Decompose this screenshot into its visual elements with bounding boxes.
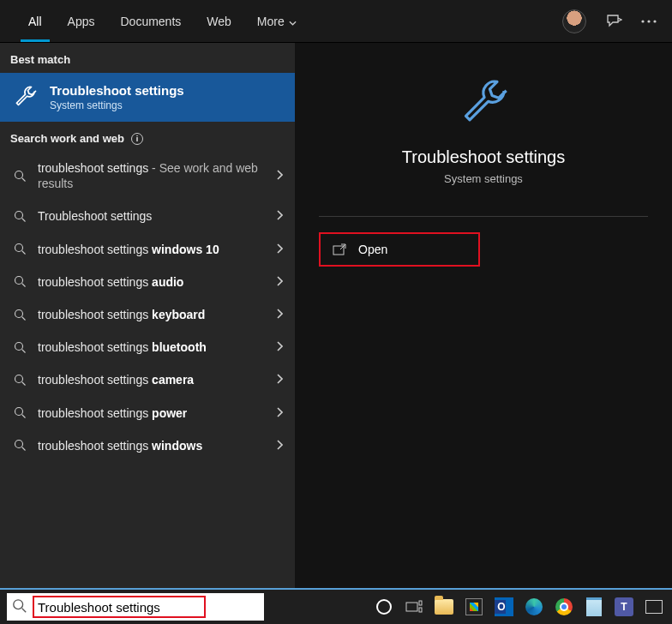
wrench-icon xyxy=(456,77,511,132)
search-result-5[interactable]: troubleshoot settings bluetooth xyxy=(0,331,295,363)
svg-point-11 xyxy=(15,441,22,448)
svg-point-8 xyxy=(15,342,22,350)
result-text: troubleshoot settings bluetooth xyxy=(38,339,266,355)
svg-point-3 xyxy=(15,171,22,178)
svg-rect-14 xyxy=(406,603,417,611)
search-icon xyxy=(12,309,27,321)
chevron-right-icon[interactable] xyxy=(276,340,283,354)
task-view-icon[interactable] xyxy=(401,594,427,620)
result-text: troubleshoot settings - See work and web… xyxy=(38,160,266,191)
user-avatar[interactable] xyxy=(562,9,586,33)
tab-all[interactable]: All xyxy=(15,0,55,42)
wrench-icon xyxy=(12,85,38,111)
info-icon[interactable]: i xyxy=(131,133,143,145)
search-web-header: Search work and web i xyxy=(0,122,295,152)
search-results-panel: Best match Troubleshoot settings System … xyxy=(0,43,672,588)
preview-header: Troubleshoot settings System settings xyxy=(319,43,648,217)
teams-letter: T xyxy=(621,601,627,613)
result-text: troubleshoot settings windows 10 xyxy=(38,242,266,257)
search-result-7[interactable]: troubleshoot settings power xyxy=(0,397,295,429)
result-text: troubleshoot settings power xyxy=(38,405,266,421)
search-result-0[interactable]: troubleshoot settings - See work and web… xyxy=(0,152,295,200)
svg-point-4 xyxy=(15,211,22,219)
notepad-icon[interactable] xyxy=(581,594,607,620)
search-icon xyxy=(12,341,27,354)
result-text: troubleshoot settings keyboard xyxy=(38,307,266,322)
best-match-item[interactable]: Troubleshoot settings System settings xyxy=(0,73,295,122)
preview-pane: Troubleshoot settings System settings Op… xyxy=(295,43,672,588)
results-list: Best match Troubleshoot settings System … xyxy=(0,43,295,588)
chevron-right-icon[interactable] xyxy=(276,209,283,223)
tab-documents[interactable]: Documents xyxy=(107,0,194,42)
more-options-icon[interactable] xyxy=(641,20,657,23)
show-desktop-icon[interactable] xyxy=(641,594,667,620)
taskbar-search[interactable] xyxy=(7,593,264,621)
search-icon xyxy=(12,243,27,255)
search-input[interactable] xyxy=(38,600,201,615)
search-highlight xyxy=(33,596,206,618)
chevron-right-icon[interactable] xyxy=(276,275,283,289)
search-result-4[interactable]: troubleshoot settings keyboard xyxy=(0,298,295,331)
search-icon xyxy=(12,439,27,452)
chevron-right-icon[interactable] xyxy=(276,406,283,420)
chevron-right-icon[interactable] xyxy=(276,373,283,387)
result-text: troubleshoot settings windows xyxy=(38,438,266,453)
svg-point-6 xyxy=(15,277,22,285)
search-result-6[interactable]: troubleshoot settings camera xyxy=(0,363,295,396)
search-icon xyxy=(12,275,27,288)
tab-web[interactable]: Web xyxy=(194,0,244,42)
taskbar-icons: O T xyxy=(366,590,672,624)
svg-rect-15 xyxy=(419,601,422,605)
cortana-icon[interactable] xyxy=(371,594,397,620)
top-right-controls xyxy=(562,9,657,33)
svg-point-0 xyxy=(641,20,644,22)
filter-tabs: All Apps Documents Web More xyxy=(15,0,309,42)
search-icon xyxy=(12,406,27,419)
svg-point-2 xyxy=(653,20,656,22)
search-result-8[interactable]: troubleshoot settings windows xyxy=(0,429,295,462)
preview-title: Troubleshoot settings xyxy=(319,147,648,167)
svg-point-1 xyxy=(647,20,650,22)
svg-point-13 xyxy=(14,599,23,609)
outlook-letter: O xyxy=(497,601,505,613)
chrome-icon[interactable] xyxy=(551,594,577,620)
store-icon[interactable] xyxy=(461,594,487,620)
file-explorer-icon[interactable] xyxy=(431,594,457,620)
chevron-right-icon[interactable] xyxy=(276,169,283,183)
chevron-right-icon[interactable] xyxy=(276,308,283,321)
taskbar: O T xyxy=(0,588,672,624)
search-result-2[interactable]: troubleshoot settings windows 10 xyxy=(0,233,295,266)
search-result-1[interactable]: Troubleshoot settings xyxy=(0,200,295,232)
svg-point-7 xyxy=(15,309,22,317)
svg-point-10 xyxy=(15,408,22,416)
best-match-title: Troubleshoot settings xyxy=(50,83,184,98)
preview-subtitle: System settings xyxy=(319,172,648,185)
open-button[interactable]: Open xyxy=(319,232,480,267)
best-match-text: Troubleshoot settings System settings xyxy=(50,83,184,111)
tab-more[interactable]: More xyxy=(244,0,309,42)
search-web-label: Search work and web xyxy=(10,132,124,145)
result-text: troubleshoot settings audio xyxy=(38,274,266,290)
open-label: Open xyxy=(358,243,387,256)
chevron-down-icon xyxy=(289,15,297,28)
svg-rect-16 xyxy=(419,608,422,612)
best-match-header: Best match xyxy=(0,43,295,73)
result-text: Troubleshoot settings xyxy=(38,208,266,224)
tab-apps[interactable]: Apps xyxy=(55,0,108,42)
search-result-3[interactable]: troubleshoot settings audio xyxy=(0,266,295,298)
svg-point-9 xyxy=(15,375,22,382)
edge-icon[interactable] xyxy=(521,594,547,620)
best-match-subtitle: System settings xyxy=(50,99,184,111)
open-icon xyxy=(333,243,346,255)
outlook-icon[interactable]: O xyxy=(491,594,517,620)
teams-icon[interactable]: T xyxy=(611,594,637,620)
chevron-right-icon[interactable] xyxy=(276,243,283,256)
svg-point-5 xyxy=(15,244,22,252)
search-filter-bar: All Apps Documents Web More xyxy=(0,0,672,43)
feedback-icon[interactable] xyxy=(605,13,622,30)
chevron-right-icon[interactable] xyxy=(276,439,283,453)
search-icon xyxy=(12,210,27,223)
search-icon xyxy=(12,170,27,183)
search-icon xyxy=(12,374,27,387)
result-text: troubleshoot settings camera xyxy=(38,372,266,387)
